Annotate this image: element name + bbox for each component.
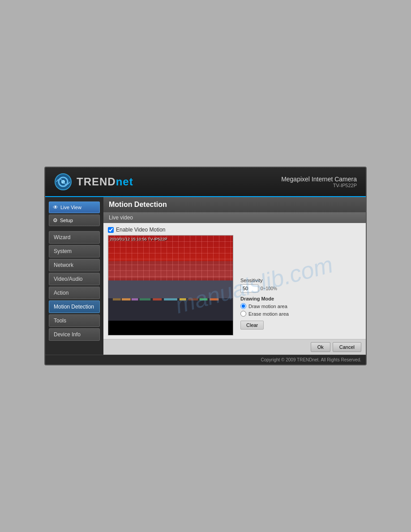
sidebar-item-system[interactable]: System: [49, 245, 100, 257]
model-number: TV-IP522P: [281, 183, 357, 188]
page-title: Motion Detection: [109, 201, 360, 209]
sidebar-item-device-info[interactable]: Device Info: [49, 328, 100, 341]
draw-motion-area-radio[interactable]: [240, 303, 246, 309]
sensitivity-input-row: 0~100%: [240, 284, 358, 292]
sidebar-item-wizard[interactable]: Wizard: [49, 231, 100, 244]
sidebar-item-action[interactable]: Action: [49, 287, 100, 299]
preview-placeholder: [240, 237, 358, 278]
sensitivity-label: Sensitivity: [240, 278, 358, 283]
sidebar-item-video-audio[interactable]: Video/Audio: [49, 273, 100, 285]
erase-motion-area-option[interactable]: Erase motion area: [240, 311, 358, 317]
content-area: 👁 Live View ⚙ Setup Wizard System Networ…: [45, 197, 366, 355]
page-title-bar: Motion Detection: [103, 197, 366, 212]
sidebar-item-network[interactable]: Network: [49, 259, 100, 271]
section-header: Live video: [103, 212, 366, 223]
brand-prefix: TREND: [77, 176, 116, 188]
footer: Copyright © 2009 TRENDnet. All Rights Re…: [45, 355, 366, 365]
camera-scene: [108, 236, 233, 321]
page-wrapper: manualslib.com TRENDnet Megapixel Intern…: [0, 0, 411, 532]
motion-detection-overlay: [108, 236, 233, 283]
header: TRENDnet Megapixel Internet Camera TV-IP…: [45, 167, 366, 197]
logo-area: TRENDnet: [54, 173, 133, 191]
sidebar-item-tools[interactable]: Tools: [49, 314, 100, 327]
main-container: TRENDnet Megapixel Internet Camera TV-IP…: [44, 167, 367, 365]
drawing-mode-label: Drawing Mode: [240, 296, 358, 301]
draw-motion-area-label: Draw motion area: [248, 304, 287, 309]
ok-button[interactable]: Ok: [311, 342, 330, 352]
enable-video-motion-label[interactable]: Enable Video Motion: [116, 227, 166, 233]
sidebar: 👁 Live View ⚙ Setup Wizard System Networ…: [45, 197, 103, 355]
sensitivity-input[interactable]: [240, 284, 258, 292]
section-title: Live video: [109, 215, 133, 221]
header-right: Megapixel Internet Camera TV-IP522P: [281, 176, 357, 188]
setup-button[interactable]: ⚙ Setup: [49, 215, 100, 226]
erase-motion-area-label: Erase motion area: [248, 311, 289, 317]
main-content: Motion Detection Live video Enable Video…: [103, 197, 366, 355]
eye-icon: 👁: [53, 204, 58, 210]
clear-button[interactable]: Clear: [240, 321, 264, 330]
enable-row: Enable Video Motion: [108, 227, 361, 233]
erase-motion-area-radio[interactable]: [240, 311, 246, 317]
cancel-button[interactable]: Cancel: [333, 342, 361, 352]
brand-suffix: net: [116, 176, 133, 188]
live-view-button[interactable]: 👁 Live View: [49, 202, 100, 213]
product-name: Megapixel Internet Camera: [281, 176, 357, 183]
controls-panel: Sensitivity 0~100% Drawing Mode: [237, 235, 361, 335]
gear-icon: ⚙: [53, 217, 58, 223]
video-area: 2010/01/12 15:10:56 TV-IP522P: [108, 235, 361, 335]
video-timestamp: 2010/01/12 15:10:56 TV-IP522P: [110, 237, 167, 241]
live-view-label: Live View: [60, 205, 81, 210]
drawing-mode-section: Drawing Mode Draw motion area Erase moti…: [240, 296, 358, 330]
sensitivity-row: Sensitivity 0~100%: [240, 278, 358, 292]
svg-rect-14: [108, 280, 233, 298]
enable-video-motion-checkbox[interactable]: [108, 227, 114, 233]
svg-rect-3: [108, 298, 233, 321]
scene-svg: [108, 280, 233, 321]
sensitivity-range: 0~100%: [261, 286, 277, 291]
setup-label: Setup: [60, 218, 73, 223]
sidebar-top-buttons: 👁 Live View ⚙ Setup: [49, 202, 100, 226]
action-bar: Ok Cancel: [103, 339, 366, 355]
motion-content: Enable Video Motion 2010/01/12 15:10:56 …: [103, 223, 366, 339]
sidebar-item-motion-detection[interactable]: Motion Detection: [49, 300, 100, 313]
copyright-text: Copyright © 2009 TRENDnet. All Rights Re…: [261, 357, 361, 362]
draw-motion-area-option[interactable]: Draw motion area: [240, 303, 358, 309]
logo-text: TRENDnet: [77, 176, 133, 188]
video-feed: 2010/01/12 15:10:56 TV-IP522P: [108, 235, 233, 335]
trendnet-logo-icon: [54, 173, 72, 191]
